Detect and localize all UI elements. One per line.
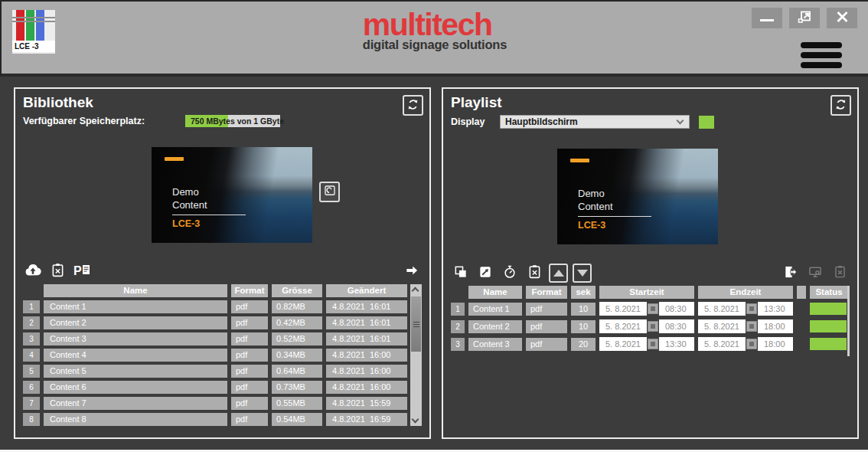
start-date-input[interactable]: [599, 319, 647, 333]
minimize-button[interactable]: [752, 8, 782, 28]
row-format: pdf: [526, 320, 567, 333]
header-name[interactable]: Name: [44, 284, 227, 297]
library-row[interactable]: 5 Content 5 pdf 0.64MB 4.8.2021 16:00: [23, 365, 407, 378]
end-datetime-group: [698, 319, 793, 333]
row-name[interactable]: Content 3: [44, 332, 227, 346]
refresh-icon: [406, 98, 419, 113]
start-date-input[interactable]: [599, 302, 647, 316]
row-name[interactable]: Content 7: [44, 397, 227, 410]
end-date-input[interactable]: [698, 302, 746, 316]
playlist-table: Name Format sek Startzeit Endzeit Status…: [451, 286, 850, 352]
library-row[interactable]: 8 Content 8 pdf 0.54MB 4.8.2021 16:59: [23, 413, 407, 426]
start-time-input[interactable]: [659, 319, 694, 333]
end-date-input[interactable]: [698, 337, 746, 351]
row-name[interactable]: Content 4: [44, 349, 227, 362]
playlist-row[interactable]: 3 Content 3 pdf 20: [451, 336, 850, 352]
move-up-button[interactable]: [549, 264, 568, 283]
row-format: pdf: [231, 332, 268, 346]
header-format[interactable]: Format: [526, 286, 567, 299]
edit-icon: [478, 264, 493, 282]
library-row[interactable]: 4 Content 4 pdf 0.34MB 4.8.2021 16:00: [23, 349, 407, 362]
end-datetime-group: [698, 337, 793, 351]
start-date-picker-button[interactable]: [648, 339, 658, 349]
row-format: pdf: [231, 300, 268, 313]
move-down-button[interactable]: [573, 264, 592, 283]
library-row[interactable]: 1 Content 1 pdf 0.82MB 4.8.2021 16:01: [23, 300, 407, 313]
show-preview-button[interactable]: [319, 182, 340, 202]
row-name[interactable]: Content 5: [44, 365, 227, 378]
row-number: 4: [23, 349, 40, 362]
header-size[interactable]: Grösse: [272, 284, 322, 297]
start-time-input[interactable]: [659, 302, 694, 316]
playlist-refresh-button[interactable]: [830, 95, 851, 116]
row-name[interactable]: Content 3: [468, 338, 522, 351]
end-time-input[interactable]: [758, 302, 793, 316]
playlist-row[interactable]: 1 Content 1 pdf 10: [451, 301, 850, 316]
library-delete-button[interactable]: [47, 261, 67, 281]
playlist-preview-wrap: Demo Content LCE-3: [557, 149, 718, 244]
library-refresh-button[interactable]: [403, 95, 423, 116]
library-row[interactable]: 2 Content 2 pdf 0.42MB 4.8.2021 16:01: [23, 316, 407, 329]
playlist-delete-button[interactable]: [524, 263, 544, 283]
restore-button[interactable]: [789, 8, 820, 28]
playlist-preview-image: Demo Content LCE-3: [557, 149, 718, 244]
row-format: pdf: [231, 316, 268, 329]
row-name[interactable]: Content 1: [468, 303, 522, 316]
end-date-input[interactable]: [698, 319, 746, 333]
playlist-scrollbar[interactable]: [847, 286, 850, 356]
add-to-playlist-button[interactable]: [402, 261, 422, 281]
clear-playlist-button[interactable]: [830, 263, 850, 283]
status-indicator: [810, 338, 847, 350]
row-number: 3: [451, 338, 465, 351]
end-time-input[interactable]: [758, 319, 793, 333]
row-name[interactable]: Content 1: [44, 300, 227, 313]
library-row[interactable]: 3 Content 3 pdf 0.52MB 4.8.2021 16:01: [23, 332, 407, 346]
header-start[interactable]: Startzeit: [599, 286, 694, 299]
end-date-picker-button[interactable]: [746, 321, 757, 332]
row-modified: 4.8.2021 16:00: [326, 365, 407, 378]
start-date-picker-button[interactable]: [648, 321, 658, 332]
row-number: 8: [23, 413, 40, 426]
move-down-icon: [577, 270, 588, 277]
playlist-row[interactable]: 2 Content 2 pdf 10: [451, 319, 850, 334]
export-icon: [783, 264, 798, 282]
menu-button[interactable]: [801, 42, 842, 68]
header-end[interactable]: Endzeit: [698, 286, 793, 299]
header-name[interactable]: Name: [468, 286, 522, 299]
library-row[interactable]: 7 Content 7 pdf 0.55MB 4.8.2021 15:59: [23, 397, 407, 410]
close-button[interactable]: [827, 8, 857, 28]
start-date-picker-button[interactable]: [648, 303, 658, 314]
add-to-playlist-arrow-icon: [403, 263, 420, 280]
powerpoint-import-button[interactable]: P: [72, 261, 92, 281]
storage-label: Verfügbarer Speicherplatz:: [23, 116, 185, 126]
end-date-picker-button[interactable]: [746, 339, 757, 349]
end-time-input[interactable]: [758, 337, 793, 351]
timer-button[interactable]: [500, 263, 520, 283]
upload-button[interactable]: [23, 261, 43, 281]
copy-item-button[interactable]: [451, 263, 471, 283]
edit-item-button[interactable]: [475, 263, 495, 283]
header-modified[interactable]: Geändert: [326, 284, 407, 297]
powerpoint-icon: P: [73, 262, 91, 281]
header-format[interactable]: Format: [231, 284, 268, 297]
scroll-down-icon[interactable]: [412, 416, 419, 424]
end-date-picker-button[interactable]: [746, 303, 757, 314]
header-seconds[interactable]: sek: [571, 286, 596, 299]
row-format: pdf: [231, 413, 268, 426]
start-date-input[interactable]: [599, 337, 647, 351]
row-name[interactable]: Content 2: [468, 320, 522, 333]
export-playlist-button[interactable]: [781, 263, 801, 283]
display-settings-button[interactable]: [805, 263, 825, 283]
scrollbar-thumb[interactable]: [411, 296, 421, 352]
row-name[interactable]: Content 8: [44, 413, 227, 426]
start-time-input[interactable]: [659, 337, 694, 351]
display-select[interactable]: Hauptbildschirm: [500, 115, 690, 129]
timer-icon: [502, 264, 517, 282]
scroll-up-icon[interactable]: [412, 287, 419, 295]
row-name[interactable]: Content 2: [44, 316, 227, 329]
preview-title: Demo Content: [578, 187, 613, 213]
library-row[interactable]: 6 Content 6 pdf 0.73MB 4.8.2021 16:00: [23, 381, 407, 394]
library-scrollbar[interactable]: [410, 284, 422, 426]
row-name[interactable]: Content 6: [44, 381, 227, 394]
header-status[interactable]: Status: [810, 286, 848, 299]
